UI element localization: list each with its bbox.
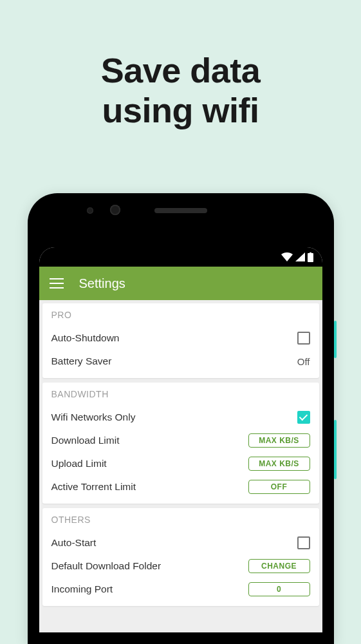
- wifi-icon: [281, 252, 293, 261]
- camera-dot: [87, 207, 93, 214]
- phone-screen: Settings PRO Auto-Shutdown Battery Saver…: [39, 247, 322, 632]
- settings-content: PRO Auto-Shutdown Battery Saver Off BAND…: [39, 300, 322, 614]
- phone-top: [39, 205, 322, 216]
- button-change-folder[interactable]: CHANGE: [248, 559, 310, 573]
- label-auto-start: Auto-Start: [51, 537, 97, 549]
- label-default-folder: Default Download Folder: [51, 560, 162, 572]
- speaker-grille: [154, 208, 207, 213]
- promo-headline: Save data using wifi: [0, 0, 361, 130]
- row-auto-shutdown[interactable]: Auto-Shutdown: [51, 327, 310, 350]
- button-active-torrent-limit[interactable]: OFF: [248, 480, 310, 494]
- label-incoming-port: Incoming Port: [51, 583, 113, 595]
- app-bar: Settings: [39, 267, 322, 300]
- checkbox-auto-shutdown[interactable]: [297, 332, 310, 345]
- headline-line-2: using wifi: [102, 91, 259, 129]
- row-battery-saver[interactable]: Battery Saver Off: [51, 350, 310, 373]
- checkbox-wifi-only[interactable]: [297, 411, 310, 424]
- section-title-others: OTHERS: [51, 515, 310, 525]
- phone-frame: Settings PRO Auto-Shutdown Battery Saver…: [28, 193, 334, 644]
- section-others: OTHERS Auto-Start Default Download Folde…: [42, 508, 319, 606]
- section-bandwidth: BANDWIDTH Wifi Networks Only Download Li…: [42, 383, 319, 504]
- section-pro: PRO Auto-Shutdown Battery Saver Off: [42, 303, 319, 378]
- row-wifi-only[interactable]: Wifi Networks Only: [51, 406, 310, 429]
- label-battery-saver: Battery Saver: [51, 355, 112, 367]
- phone-side-button: [334, 321, 337, 358]
- label-upload-limit: Upload Limit: [51, 458, 107, 469]
- page-title: Settings: [79, 276, 125, 291]
- value-battery-saver: Off: [297, 356, 310, 367]
- row-default-folder[interactable]: Default Download Folder CHANGE: [51, 554, 310, 578]
- row-auto-start[interactable]: Auto-Start: [51, 531, 310, 554]
- row-active-torrent-limit[interactable]: Active Torrent Limit OFF: [51, 475, 310, 498]
- battery-icon: [308, 252, 313, 262]
- camera-lens: [110, 205, 120, 215]
- signal-icon: [295, 252, 305, 261]
- status-bar: [39, 247, 322, 267]
- section-title-bandwidth: BANDWIDTH: [51, 389, 310, 399]
- row-incoming-port[interactable]: Incoming Port 0: [51, 578, 310, 601]
- label-active-torrent-limit: Active Torrent Limit: [51, 481, 136, 493]
- checkbox-auto-start[interactable]: [297, 536, 310, 549]
- button-download-limit[interactable]: MAX KB/S: [248, 433, 310, 448]
- row-download-limit[interactable]: Download Limit MAX KB/S: [51, 429, 310, 452]
- menu-icon[interactable]: [50, 278, 64, 289]
- phone-side-button: [334, 420, 337, 479]
- label-download-limit: Download Limit: [51, 435, 120, 446]
- row-upload-limit[interactable]: Upload Limit MAX KB/S: [51, 452, 310, 475]
- section-title-pro: PRO: [51, 310, 310, 320]
- label-auto-shutdown: Auto-Shutdown: [51, 332, 120, 344]
- headline-line-1: Save data: [101, 51, 261, 90]
- button-upload-limit[interactable]: MAX KB/S: [248, 457, 310, 471]
- button-incoming-port[interactable]: 0: [248, 582, 310, 596]
- label-wifi-only: Wifi Networks Only: [51, 412, 136, 423]
